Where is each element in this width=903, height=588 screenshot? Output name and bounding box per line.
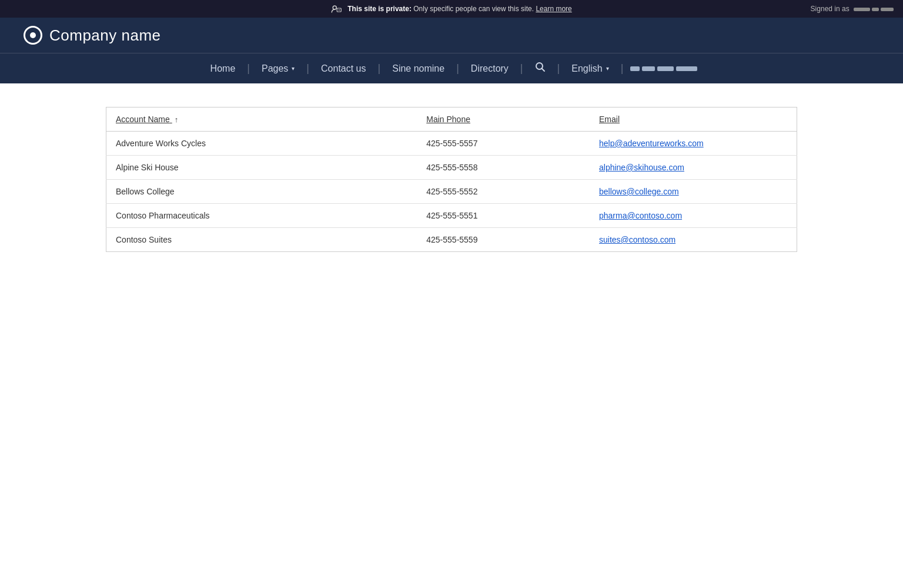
sort-arrow-icon: ↑ [175, 115, 179, 124]
top-banner: This site is private: Only specific peop… [0, 0, 903, 18]
nav-english[interactable]: English ▾ [561, 55, 619, 82]
cell-email[interactable]: alphine@skihouse.com [590, 156, 797, 180]
col-header-account-name[interactable]: Account Name ↑ [106, 107, 417, 132]
account-name-sort-link[interactable]: Account Name ↑ [116, 115, 178, 124]
main-content: Account Name ↑ Main Phone Email Adve [0, 83, 903, 436]
pages-chevron-icon: ▾ [292, 65, 295, 72]
cell-account-name: Alpine Ski House [106, 156, 417, 180]
company-name: Company name [49, 26, 161, 45]
col-header-email[interactable]: Email [590, 107, 797, 132]
email-link[interactable]: suites@contoso.com [599, 235, 675, 244]
nav-sep-4: | [455, 62, 460, 75]
cell-account-name: Contoso Pharmaceuticals [106, 204, 417, 228]
svg-point-0 [333, 6, 336, 9]
cell-account-name: Contoso Suites [106, 228, 417, 252]
email-sort-link[interactable]: Email [599, 115, 620, 124]
logo-icon [24, 26, 42, 45]
nav-sep-1: | [246, 62, 251, 75]
cell-account-name: Adventure Works Cycles [106, 132, 417, 156]
user-name-dots [854, 8, 894, 11]
cell-phone: 425-555-5557 [417, 132, 590, 156]
cell-account-name: Bellows College [106, 180, 417, 204]
cell-email[interactable]: help@adeventureworks.com [590, 132, 797, 156]
table-row: Bellows College 425-555-5552 bellows@col… [106, 180, 797, 204]
nav-sep-6: | [556, 62, 561, 75]
main-nav: Home | Pages ▾ | Contact us | Sine nomin… [0, 53, 903, 83]
nav-home[interactable]: Home [200, 55, 246, 82]
col-header-main-phone[interactable]: Main Phone [417, 107, 590, 132]
nav-contact[interactable]: Contact us [310, 55, 376, 82]
site-header: Company name [0, 18, 903, 53]
nav-sep-7: | [620, 62, 625, 75]
svg-point-2 [339, 9, 340, 11]
table-row: Contoso Pharmaceuticals 425-555-5551 pha… [106, 204, 797, 228]
main-phone-sort-link[interactable]: Main Phone [426, 115, 470, 124]
directory-table: Account Name ↑ Main Phone Email Adve [106, 107, 797, 252]
nav-sine-nomine[interactable]: Sine nomine [382, 55, 455, 82]
email-link[interactable]: bellows@college.com [599, 187, 679, 196]
cell-email[interactable]: bellows@college.com [590, 180, 797, 204]
nav-sep-2: | [305, 62, 310, 75]
table-row: Alpine Ski House 425-555-5558 alphine@sk… [106, 156, 797, 180]
privacy-notice: This site is private: Only specific peop… [331, 5, 572, 13]
cell-phone: 425-555-5552 [417, 180, 590, 204]
cell-phone: 425-555-5558 [417, 156, 590, 180]
cell-phone: 425-555-5551 [417, 204, 590, 228]
signed-in-section: Signed in as [811, 5, 894, 13]
cell-email[interactable]: pharma@contoso.com [590, 204, 797, 228]
email-link[interactable]: alphine@skihouse.com [599, 163, 684, 172]
cell-phone: 425-555-5559 [417, 228, 590, 252]
nav-sep-5: | [519, 62, 524, 75]
nav-directory[interactable]: Directory [460, 55, 519, 82]
table-row: Adventure Works Cycles 425-555-5557 help… [106, 132, 797, 156]
cell-email[interactable]: suites@contoso.com [590, 228, 797, 252]
email-link[interactable]: pharma@contoso.com [599, 211, 682, 220]
english-chevron-icon: ▾ [606, 65, 609, 72]
nav-extra-icons [624, 58, 703, 79]
extra-dot-4 [676, 66, 697, 71]
search-icon[interactable] [524, 53, 556, 83]
svg-line-4 [541, 69, 544, 72]
privacy-bold: This site is private: [347, 5, 412, 13]
privacy-message: Only specific people can view this site. [413, 5, 534, 13]
learn-more-link[interactable]: Learn more [536, 5, 571, 13]
extra-dot-3 [657, 66, 674, 71]
site-logo[interactable]: Company name [24, 26, 161, 45]
extra-dot-2 [642, 66, 655, 71]
table-row: Contoso Suites 425-555-5559 suites@conto… [106, 228, 797, 252]
email-link[interactable]: help@adeventureworks.com [599, 139, 704, 148]
nav-pages[interactable]: Pages ▾ [251, 55, 305, 82]
extra-dot-1 [630, 66, 640, 71]
nav-sep-3: | [377, 62, 382, 75]
